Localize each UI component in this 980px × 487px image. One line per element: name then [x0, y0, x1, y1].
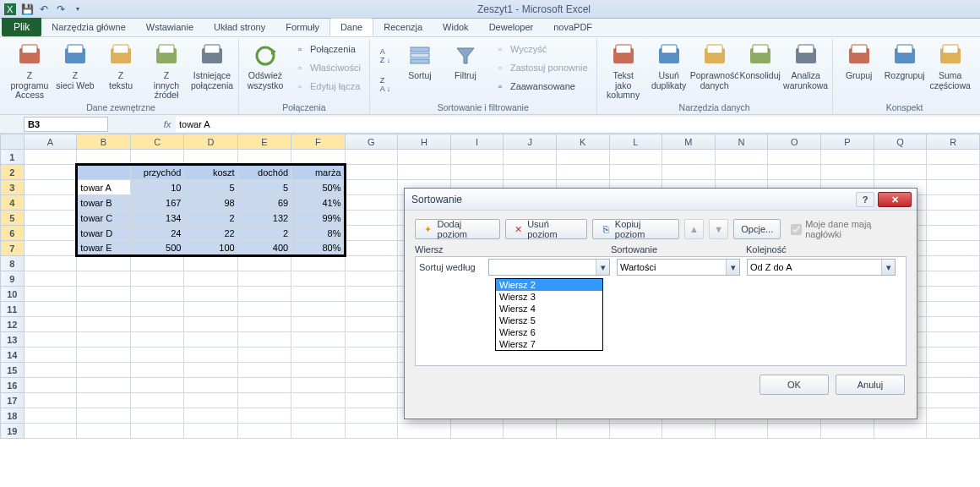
- ok-button[interactable]: OK: [760, 375, 829, 395]
- col-header-F[interactable]: F: [291, 134, 345, 150]
- cell-C2[interactable]: przychód: [130, 165, 184, 180]
- cell-B14[interactable]: [77, 347, 131, 363]
- cell-A18[interactable]: [24, 408, 77, 424]
- row-header-8[interactable]: 8: [1, 256, 24, 271]
- sort-column-combo[interactable]: ▾: [488, 259, 610, 276]
- cell-D4[interactable]: 98: [184, 195, 237, 211]
- col-header-H[interactable]: H: [398, 134, 451, 150]
- cell-E18[interactable]: [237, 408, 291, 424]
- cell-R5[interactable]: [927, 211, 980, 226]
- cell-D19[interactable]: [184, 424, 237, 439]
- col-header-I[interactable]: I: [450, 134, 504, 150]
- cell-E19[interactable]: [237, 424, 291, 439]
- row-header-16[interactable]: 16: [1, 378, 24, 393]
- row-header-9[interactable]: 9: [1, 271, 24, 287]
- cell-E12[interactable]: [237, 317, 291, 332]
- delete-level-button[interactable]: ✕Usuń poziom: [505, 219, 588, 239]
- select-all-corner[interactable]: [1, 134, 24, 150]
- cell-A9[interactable]: [24, 271, 77, 287]
- cell-F18[interactable]: [291, 408, 345, 424]
- row-header-11[interactable]: 11: [1, 302, 24, 317]
- cell-A4[interactable]: [24, 195, 77, 211]
- cell-C11[interactable]: [130, 302, 184, 317]
- cell-F10[interactable]: [291, 287, 345, 302]
- cell-D16[interactable]: [184, 378, 237, 393]
- cell-C17[interactable]: [130, 393, 184, 408]
- cell-F8[interactable]: [291, 256, 345, 271]
- cell-D5[interactable]: 2: [184, 211, 237, 226]
- save-icon[interactable]: 💾: [20, 3, 34, 16]
- cell-H19[interactable]: [398, 424, 451, 439]
- dialog-help-button[interactable]: ?: [856, 192, 874, 207]
- cell-B1[interactable]: [77, 150, 131, 165]
- cell-E2[interactable]: dochód: [237, 165, 291, 180]
- cell-F2[interactable]: marża: [291, 165, 345, 180]
- cell-B11[interactable]: [77, 302, 131, 317]
- cell-G3[interactable]: [345, 180, 398, 195]
- cell-J19[interactable]: [504, 424, 557, 439]
- cell-G13[interactable]: [345, 332, 398, 347]
- cell-R2[interactable]: [927, 165, 980, 180]
- cell-G12[interactable]: [345, 317, 398, 332]
- cell-I19[interactable]: [450, 424, 504, 439]
- cell-D17[interactable]: [184, 393, 237, 408]
- cell-O2[interactable]: [768, 165, 821, 180]
- cell-N2[interactable]: [715, 165, 768, 180]
- cell-B13[interactable]: [77, 332, 131, 347]
- cell-R16[interactable]: [927, 378, 980, 393]
- cell-E11[interactable]: [237, 302, 291, 317]
- sort-on-combo[interactable]: Wartości▾: [617, 259, 740, 276]
- cell-G5[interactable]: [345, 211, 398, 226]
- col-header-Q[interactable]: Q: [874, 134, 927, 150]
- refresh-all-button[interactable]: Odśwież wszystko: [244, 41, 286, 92]
- cell-G1[interactable]: [345, 150, 398, 165]
- cell-C8[interactable]: [130, 256, 184, 271]
- cell-A17[interactable]: [24, 393, 77, 408]
- cell-G6[interactable]: [345, 226, 398, 241]
- cell-M1[interactable]: [662, 150, 716, 165]
- copy-level-button[interactable]: ⎘Kopiuj poziom: [592, 219, 678, 239]
- cell-A19[interactable]: [24, 424, 77, 439]
- cell-N19[interactable]: [715, 424, 768, 439]
- cell-M19[interactable]: [662, 424, 716, 439]
- cell-C3[interactable]: 10: [130, 180, 184, 195]
- col-header-J[interactable]: J: [504, 134, 557, 150]
- cell-D8[interactable]: [184, 256, 237, 271]
- dropdown-option[interactable]: Wiersz 5: [496, 315, 602, 326]
- tab-formuły[interactable]: Formuły: [275, 18, 329, 36]
- cell-E16[interactable]: [237, 378, 291, 393]
- cell-C12[interactable]: [130, 317, 184, 332]
- cell-C14[interactable]: [130, 347, 184, 363]
- dropdown-option[interactable]: Wiersz 6: [496, 326, 602, 338]
- dropdown-option[interactable]: Wiersz 3: [496, 291, 602, 303]
- cell-P2[interactable]: [821, 165, 874, 180]
- row-header-12[interactable]: 12: [1, 317, 24, 332]
- cell-F6[interactable]: 8%: [291, 226, 345, 241]
- cell-E1[interactable]: [237, 150, 291, 165]
- col-header-N[interactable]: N: [715, 134, 768, 150]
- cell-A11[interactable]: [24, 302, 77, 317]
- cell-R14[interactable]: [927, 347, 980, 363]
- external-z-innych-źródeł[interactable]: Zinnych źródeł: [145, 41, 188, 102]
- cell-G16[interactable]: [345, 378, 398, 393]
- col-header-E[interactable]: E: [237, 134, 291, 150]
- cell-E15[interactable]: [237, 363, 291, 378]
- outline-grupuj[interactable]: Grupuj: [838, 41, 880, 83]
- cell-R18[interactable]: [927, 408, 980, 424]
- cell-B9[interactable]: [77, 271, 131, 287]
- cell-P1[interactable]: [821, 150, 874, 165]
- file-tab[interactable]: Plik: [2, 18, 41, 36]
- outline-rozgrupuj[interactable]: Rozgrupuj: [884, 41, 926, 83]
- col-header-L[interactable]: L: [609, 134, 662, 150]
- cell-Q2[interactable]: [874, 165, 927, 180]
- cell-B15[interactable]: [77, 363, 131, 378]
- cell-F12[interactable]: [291, 317, 345, 332]
- cell-F5[interactable]: 99%: [291, 211, 345, 226]
- cell-L19[interactable]: [609, 424, 662, 439]
- cell-R17[interactable]: [927, 393, 980, 408]
- cell-D6[interactable]: 22: [184, 226, 237, 241]
- cell-Q1[interactable]: [874, 150, 927, 165]
- row-header-6[interactable]: 6: [1, 226, 24, 241]
- tab-układ-strony[interactable]: Układ strony: [204, 18, 275, 36]
- cell-G19[interactable]: [345, 424, 398, 439]
